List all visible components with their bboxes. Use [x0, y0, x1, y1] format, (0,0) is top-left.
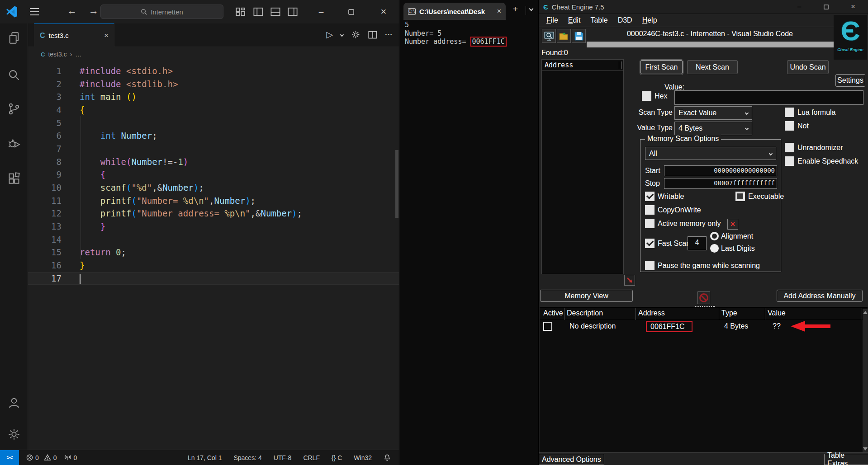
advanced-options-button[interactable]: Advanced Options — [539, 454, 604, 465]
scan-type-dropdown[interactable]: Exact Value — [674, 106, 752, 120]
found-list-header[interactable]: Address — [542, 60, 623, 71]
breadcrumb[interactable]: C test3.c › … — [28, 47, 399, 61]
remote-indicator[interactable]: >< — [0, 450, 19, 465]
problems-status[interactable]: 0 0 — [26, 454, 57, 461]
tab-close-icon[interactable]: × — [104, 31, 109, 40]
line-col-status[interactable]: Ln 17, Col 1 — [188, 454, 222, 461]
toggle-sidebar-icon[interactable] — [253, 7, 263, 17]
spaces-status[interactable]: Spaces: 4 — [233, 454, 261, 461]
close-button[interactable]: × — [373, 0, 394, 23]
address-row[interactable]: No description 0061FF1C 4 Bytes ?? — [540, 320, 868, 334]
ce-maximize-button[interactable] — [824, 3, 829, 11]
minimize-button[interactable]: – — [311, 0, 332, 23]
next-scan-button[interactable]: Next Scan — [687, 60, 738, 74]
menu-d3d[interactable]: D3D — [613, 16, 637, 24]
row-type[interactable]: 4 Bytes — [724, 322, 748, 330]
unrandomizer-checkbox[interactable] — [785, 143, 794, 152]
scan-region-dropdown[interactable]: All — [645, 147, 776, 160]
row-description[interactable]: No description — [569, 322, 616, 330]
terminal-tab[interactable]: C:\ C:\Users\necat\Desk × — [403, 3, 506, 20]
alignment-radio[interactable] — [710, 232, 719, 240]
run-dropdown-icon[interactable] — [340, 33, 344, 36]
breadcrumb-file[interactable]: test3.c — [48, 51, 66, 58]
forward-arrow-icon[interactable]: → — [89, 5, 99, 17]
copy-to-addresslist-button[interactable] — [624, 275, 635, 286]
table-extras-button[interactable]: Table Extras — [824, 454, 868, 465]
more-actions-icon[interactable]: ··· — [385, 30, 393, 39]
run-debug-icon[interactable] — [8, 137, 20, 150]
col-value[interactable]: Value — [768, 309, 786, 317]
fast-scan-value-input[interactable]: 4 — [688, 236, 707, 250]
menu-table[interactable]: Table — [585, 16, 612, 24]
executable-checkbox[interactable] — [735, 192, 745, 201]
enable-speedhack-checkbox[interactable] — [785, 156, 794, 166]
writable-checkbox[interactable] — [645, 192, 655, 201]
col-address[interactable]: Address — [638, 309, 665, 317]
menu-icon[interactable] — [30, 11, 39, 12]
terminal-tab-close-icon[interactable]: × — [497, 7, 501, 15]
run-button[interactable]: ▷ — [326, 30, 333, 39]
scroll-up-icon[interactable] — [863, 311, 868, 314]
eol-status[interactable]: CRLF — [303, 454, 320, 461]
editor-scrollbar[interactable] — [395, 150, 398, 218]
column-grip[interactable] — [619, 61, 621, 69]
run-settings-gear-icon[interactable] — [351, 30, 360, 39]
settings-gear-icon[interactable] — [8, 428, 20, 441]
last-digits-radio[interactable] — [710, 244, 719, 253]
fast-scan-checkbox[interactable] — [645, 239, 655, 248]
terminal-output[interactable]: 5Number= 5Number address= 0061FF1C — [405, 21, 507, 46]
account-icon[interactable] — [8, 396, 20, 409]
lua-formula-checkbox[interactable] — [785, 108, 794, 117]
red-x-icon[interactable]: × — [727, 219, 738, 230]
col-type[interactable]: Type — [721, 309, 737, 317]
menu-edit[interactable]: Edit — [563, 16, 586, 24]
undo-scan-button[interactable]: Undo Scan — [787, 60, 829, 74]
code-editor[interactable]: 1#include <stdio.h>2#include <stdlib.h>3… — [28, 61, 399, 333]
tab-dropdown-icon[interactable] — [529, 7, 534, 11]
search-sidebar-icon[interactable] — [8, 69, 20, 81]
bell-icon[interactable] — [384, 454, 391, 461]
source-control-icon[interactable] — [8, 103, 20, 115]
row-value[interactable]: ?? — [773, 322, 781, 330]
memory-view-button[interactable]: Memory View — [540, 290, 633, 302]
new-tab-button[interactable]: + — [512, 4, 518, 14]
ports-status[interactable]: 0 — [64, 454, 77, 461]
first-scan-button[interactable]: First Scan — [640, 60, 683, 74]
settings-button[interactable]: Settings — [835, 74, 865, 87]
explorer-icon[interactable] — [8, 32, 20, 44]
ce-close-button[interactable]: × — [851, 2, 855, 11]
language-status[interactable]: {} C — [332, 454, 342, 461]
hex-checkbox[interactable] — [642, 91, 651, 101]
pause-while-scanning-checkbox[interactable] — [645, 261, 655, 270]
stop-address-input[interactable]: 00007fffffffffff — [664, 178, 777, 189]
select-process-button[interactable] — [542, 29, 556, 43]
col-description[interactable]: Description — [567, 309, 603, 317]
copyonwrite-checkbox[interactable] — [645, 205, 655, 215]
not-checkbox[interactable] — [785, 121, 794, 131]
extensions-icon[interactable] — [8, 172, 20, 184]
active-memory-checkbox[interactable] — [645, 219, 655, 228]
encoding-status[interactable]: UTF-8 — [274, 454, 292, 461]
customize-layout-icon[interactable] — [236, 7, 246, 17]
add-address-manually-button[interactable]: Add Address Manually — [777, 290, 863, 302]
toggle-secondary-sidebar-icon[interactable] — [288, 7, 298, 17]
address-list-scrollbar[interactable] — [863, 309, 868, 452]
open-file-button[interactable] — [557, 29, 571, 43]
maximize-button[interactable] — [341, 0, 361, 23]
ce-minimize-button[interactable]: – — [797, 2, 801, 10]
scroll-down-icon[interactable] — [863, 447, 868, 451]
value-input[interactable] — [674, 90, 863, 105]
platform-status[interactable]: Win32 — [354, 454, 372, 461]
split-editor-icon[interactable] — [368, 30, 377, 39]
save-table-button[interactable] — [572, 29, 586, 43]
toggle-panel-icon[interactable] — [270, 7, 280, 17]
menu-file[interactable]: File — [541, 16, 563, 24]
no-entry-icon[interactable] — [697, 291, 710, 304]
found-list[interactable]: Address — [541, 59, 624, 274]
value-type-dropdown[interactable]: 4 Bytes — [674, 122, 752, 135]
tab-test3c[interactable]: C test3.c × — [34, 23, 114, 47]
row-active-checkbox[interactable] — [543, 322, 552, 331]
search-input[interactable]: Internetten — [100, 5, 223, 19]
breadcrumb-symbol[interactable]: … — [75, 51, 81, 58]
back-arrow-icon[interactable]: ← — [67, 5, 77, 17]
